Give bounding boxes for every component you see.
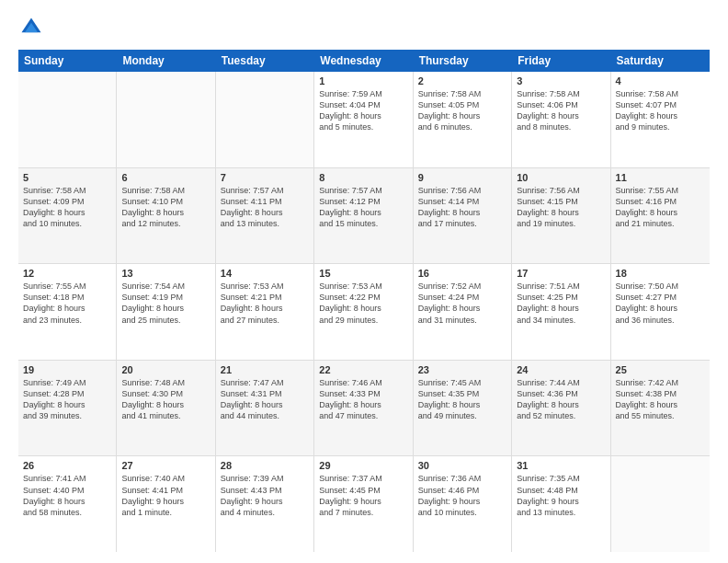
day-number: 10: [517, 172, 605, 183]
header-day-wednesday: Wednesday: [314, 50, 413, 72]
day-number: 1: [319, 75, 407, 86]
calendar-cell: 28Sunrise: 7:39 AMSunset: 4:43 PMDayligh…: [216, 456, 314, 552]
day-info: Sunrise: 7:58 AMSunset: 4:10 PMDaylight:…: [121, 185, 210, 230]
day-info: Sunrise: 7:40 AMSunset: 4:41 PMDaylight:…: [121, 473, 210, 518]
day-number: 11: [616, 172, 705, 183]
day-number: 15: [319, 268, 407, 279]
day-number: 26: [23, 460, 111, 471]
day-info: Sunrise: 7:35 AMSunset: 4:48 PMDaylight:…: [517, 473, 605, 518]
calendar-row-0: 1Sunrise: 7:59 AMSunset: 4:04 PMDaylight…: [18, 72, 710, 168]
calendar-cell: 14Sunrise: 7:53 AMSunset: 4:21 PMDayligh…: [216, 264, 314, 360]
calendar-cell: [611, 456, 710, 552]
header-day-monday: Monday: [117, 50, 215, 72]
calendar-row-4: 26Sunrise: 7:41 AMSunset: 4:40 PMDayligh…: [18, 456, 710, 552]
day-info: Sunrise: 7:44 AMSunset: 4:36 PMDaylight:…: [517, 377, 605, 422]
calendar-cell: 4Sunrise: 7:58 AMSunset: 4:07 PMDaylight…: [611, 72, 710, 167]
day-info: Sunrise: 7:37 AMSunset: 4:45 PMDaylight:…: [319, 473, 407, 518]
day-number: 25: [616, 364, 705, 375]
calendar-cell: 24Sunrise: 7:44 AMSunset: 4:36 PMDayligh…: [512, 361, 610, 456]
day-number: 6: [121, 172, 210, 183]
day-number: 29: [319, 460, 407, 471]
calendar-row-1: 5Sunrise: 7:58 AMSunset: 4:09 PMDaylight…: [18, 168, 710, 265]
calendar-cell: 25Sunrise: 7:42 AMSunset: 4:38 PMDayligh…: [611, 361, 710, 456]
day-number: 18: [616, 268, 705, 279]
day-info: Sunrise: 7:51 AMSunset: 4:25 PMDaylight:…: [517, 281, 605, 326]
day-number: 30: [418, 460, 506, 471]
calendar-cell: 23Sunrise: 7:45 AMSunset: 4:35 PMDayligh…: [414, 361, 512, 456]
calendar-cell: [117, 72, 215, 167]
day-info: Sunrise: 7:52 AMSunset: 4:24 PMDaylight:…: [418, 281, 506, 326]
calendar-cell: 15Sunrise: 7:53 AMSunset: 4:22 PMDayligh…: [314, 264, 413, 360]
day-info: Sunrise: 7:45 AMSunset: 4:35 PMDaylight:…: [418, 377, 506, 422]
day-number: 4: [616, 75, 705, 86]
day-info: Sunrise: 7:58 AMSunset: 4:07 PMDaylight:…: [616, 88, 705, 133]
logo: [18, 15, 48, 40]
header-day-tuesday: Tuesday: [216, 50, 314, 72]
day-info: Sunrise: 7:53 AMSunset: 4:22 PMDaylight:…: [319, 281, 407, 326]
calendar-cell: 26Sunrise: 7:41 AMSunset: 4:40 PMDayligh…: [18, 456, 117, 552]
calendar-row-3: 19Sunrise: 7:49 AMSunset: 4:28 PMDayligh…: [18, 361, 710, 457]
day-info: Sunrise: 7:55 AMSunset: 4:18 PMDaylight:…: [23, 281, 111, 326]
day-info: Sunrise: 7:55 AMSunset: 4:16 PMDaylight:…: [616, 185, 705, 230]
day-info: Sunrise: 7:42 AMSunset: 4:38 PMDaylight:…: [616, 377, 705, 422]
calendar-cell: 7Sunrise: 7:57 AMSunset: 4:11 PMDaylight…: [216, 168, 314, 264]
day-info: Sunrise: 7:58 AMSunset: 4:06 PMDaylight:…: [517, 88, 605, 133]
logo-icon: [18, 15, 44, 40]
day-number: 22: [319, 364, 407, 375]
calendar-cell: 10Sunrise: 7:56 AMSunset: 4:15 PMDayligh…: [512, 168, 610, 264]
calendar-cell: 21Sunrise: 7:47 AMSunset: 4:31 PMDayligh…: [216, 361, 314, 456]
calendar: SundayMondayTuesdayWednesdayThursdayFrid…: [18, 50, 710, 552]
calendar-cell: 9Sunrise: 7:56 AMSunset: 4:14 PMDaylight…: [414, 168, 512, 264]
header-day-friday: Friday: [512, 50, 610, 72]
day-number: 20: [121, 364, 210, 375]
calendar-cell: 8Sunrise: 7:57 AMSunset: 4:12 PMDaylight…: [314, 168, 413, 264]
day-info: Sunrise: 7:54 AMSunset: 4:19 PMDaylight:…: [121, 281, 210, 326]
page: SundayMondayTuesdayWednesdayThursdayFrid…: [0, 0, 728, 563]
header-day-thursday: Thursday: [414, 50, 512, 72]
day-info: Sunrise: 7:56 AMSunset: 4:14 PMDaylight:…: [418, 185, 506, 230]
calendar-cell: 11Sunrise: 7:55 AMSunset: 4:16 PMDayligh…: [611, 168, 710, 264]
calendar-cell: 16Sunrise: 7:52 AMSunset: 4:24 PMDayligh…: [414, 264, 512, 360]
day-info: Sunrise: 7:57 AMSunset: 4:12 PMDaylight:…: [319, 185, 407, 230]
calendar-cell: 27Sunrise: 7:40 AMSunset: 4:41 PMDayligh…: [117, 456, 215, 552]
day-number: 5: [23, 172, 111, 183]
day-number: 31: [517, 460, 605, 471]
day-number: 9: [418, 172, 506, 183]
calendar-cell: 22Sunrise: 7:46 AMSunset: 4:33 PMDayligh…: [314, 361, 413, 456]
day-info: Sunrise: 7:39 AMSunset: 4:43 PMDaylight:…: [221, 473, 309, 518]
calendar-cell: 13Sunrise: 7:54 AMSunset: 4:19 PMDayligh…: [117, 264, 215, 360]
calendar-cell: 12Sunrise: 7:55 AMSunset: 4:18 PMDayligh…: [18, 264, 117, 360]
calendar-cell: 6Sunrise: 7:58 AMSunset: 4:10 PMDaylight…: [117, 168, 215, 264]
calendar-cell: 1Sunrise: 7:59 AMSunset: 4:04 PMDaylight…: [314, 72, 413, 167]
day-info: Sunrise: 7:59 AMSunset: 4:04 PMDaylight:…: [319, 88, 407, 133]
calendar-cell: [18, 72, 117, 167]
calendar-cell: 31Sunrise: 7:35 AMSunset: 4:48 PMDayligh…: [512, 456, 610, 552]
day-info: Sunrise: 7:58 AMSunset: 4:05 PMDaylight:…: [418, 88, 506, 133]
day-number: 8: [319, 172, 407, 183]
day-info: Sunrise: 7:50 AMSunset: 4:27 PMDaylight:…: [616, 281, 705, 326]
day-number: 14: [221, 268, 309, 279]
calendar-cell: 2Sunrise: 7:58 AMSunset: 4:05 PMDaylight…: [414, 72, 512, 167]
day-info: Sunrise: 7:48 AMSunset: 4:30 PMDaylight:…: [121, 377, 210, 422]
day-info: Sunrise: 7:47 AMSunset: 4:31 PMDaylight:…: [221, 377, 309, 422]
calendar-cell: 20Sunrise: 7:48 AMSunset: 4:30 PMDayligh…: [117, 361, 215, 456]
calendar-cell: 3Sunrise: 7:58 AMSunset: 4:06 PMDaylight…: [512, 72, 610, 167]
day-number: 17: [517, 268, 605, 279]
day-info: Sunrise: 7:58 AMSunset: 4:09 PMDaylight:…: [23, 185, 111, 230]
day-number: 24: [517, 364, 605, 375]
header: [18, 15, 710, 40]
calendar-row-2: 12Sunrise: 7:55 AMSunset: 4:18 PMDayligh…: [18, 264, 710, 361]
day-number: 3: [517, 75, 605, 86]
day-number: 19: [23, 364, 111, 375]
calendar-cell: 30Sunrise: 7:36 AMSunset: 4:46 PMDayligh…: [414, 456, 512, 552]
day-number: 28: [221, 460, 309, 471]
day-number: 27: [121, 460, 210, 471]
day-info: Sunrise: 7:36 AMSunset: 4:46 PMDaylight:…: [418, 473, 506, 518]
day-info: Sunrise: 7:46 AMSunset: 4:33 PMDaylight:…: [319, 377, 407, 422]
day-info: Sunrise: 7:49 AMSunset: 4:28 PMDaylight:…: [23, 377, 111, 422]
calendar-header: SundayMondayTuesdayWednesdayThursdayFrid…: [18, 50, 710, 72]
day-number: 2: [418, 75, 506, 86]
header-day-saturday: Saturday: [611, 50, 710, 72]
day-number: 21: [221, 364, 309, 375]
header-day-sunday: Sunday: [18, 50, 117, 72]
